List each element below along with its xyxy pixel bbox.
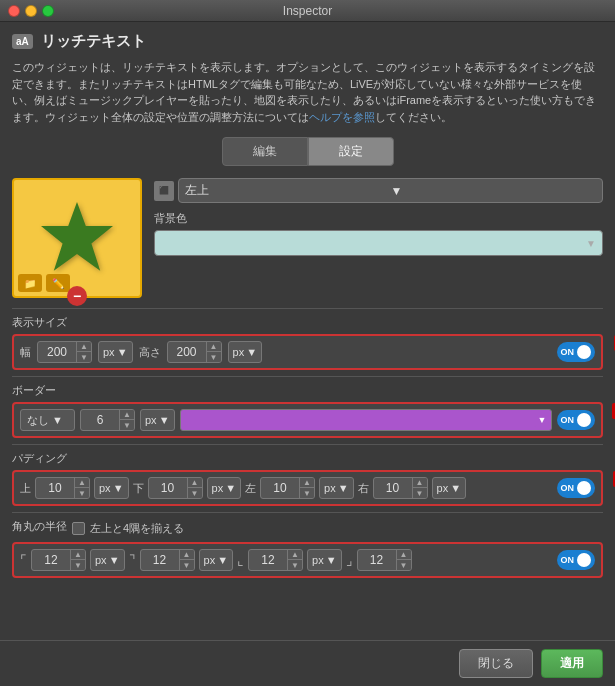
chevron-down-icon-7: ▼ [538,415,547,425]
chevron-down-icon-6: ▼ [159,414,170,426]
height-down-btn[interactable]: ▼ [207,352,221,363]
padding-right-label: 右 [358,481,369,496]
close-dialog-button[interactable]: 閉じる [459,649,533,678]
width-label: 幅 [20,345,31,360]
width-spinners: ▲ ▼ [76,341,91,363]
display-size-label: 表示サイズ [12,315,603,330]
rtr-down[interactable]: ▼ [180,560,194,571]
pt-down[interactable]: ▼ [75,488,89,499]
pt-up[interactable]: ▲ [75,477,89,488]
top-left-radius-icon: ⌜ [20,552,27,568]
border-size-input-group: ▲ ▼ [80,409,135,431]
tab-settings[interactable]: 設定 [308,137,394,166]
pb-unit[interactable]: px ▼ [207,477,242,499]
position-dropdown[interactable]: 左上 ▼ [178,178,603,203]
rbl-unit[interactable]: px ▼ [307,549,342,571]
title-bar: Inspector [0,0,615,22]
border-size-up-btn[interactable]: ▲ [120,409,134,420]
padding-left-input[interactable] [261,481,299,495]
close-button[interactable] [8,5,20,17]
padding-label: パディング [12,451,603,466]
apply-button[interactable]: 適用 [541,649,603,678]
border-style-dropdown[interactable]: なし ▼ [20,409,75,431]
rbl-up[interactable]: ▲ [288,549,302,560]
height-unit-select[interactable]: px ▼ [228,341,263,363]
border-size-down-btn[interactable]: ▼ [120,420,134,431]
radius-toggle-knob [577,553,591,567]
border-color-picker[interactable]: ▼ [180,409,552,431]
border-size-input[interactable] [81,413,119,427]
pl-down[interactable]: ▼ [300,488,314,499]
bg-color-picker[interactable]: ▼ [154,230,603,256]
radius-tl-input[interactable] [32,553,70,567]
border-unit-select[interactable]: px ▼ [140,409,175,431]
padding-top-group: ▲ ▼ [35,477,90,499]
pb-up[interactable]: ▲ [188,477,202,488]
pr-unit[interactable]: px ▼ [432,477,467,499]
remove-button[interactable]: − [67,286,87,306]
rtl-unit[interactable]: px ▼ [90,549,125,571]
radius-toggle[interactable]: ON [557,550,596,570]
padding-section: パディング 上 ▲ ▼ px ▼ 下 ▲ ▼ [12,451,603,506]
radius-br-group: ▲ ▼ [357,549,412,571]
tab-edit[interactable]: 編集 [222,137,308,166]
rbr-down[interactable]: ▼ [397,560,411,571]
bg-color-preview [161,235,586,251]
height-input[interactable] [168,345,206,359]
border-toggle[interactable]: ON [557,410,596,430]
padding-right-input[interactable] [374,481,412,495]
bottom-right-radius-icon: ⌟ [346,552,353,568]
width-up-btn[interactable]: ▲ [77,341,91,352]
main-content: aA リッチテキスト このウィジェットは、リッチテキストを表示します。オプション… [0,22,615,686]
chevron-rtr: ▼ [217,554,228,566]
chevron-icon-pb: ▼ [225,482,236,494]
height-up-btn[interactable]: ▲ [207,341,221,352]
pt-unit[interactable]: px ▼ [94,477,129,499]
border-box: なし ▼ ▲ ▼ px ▼ ▼ ON [12,402,603,438]
width-down-btn[interactable]: ▼ [77,352,91,363]
width-unit-select[interactable]: px ▼ [98,341,133,363]
pl-unit[interactable]: px ▼ [319,477,354,499]
rtl-up[interactable]: ▲ [71,549,85,560]
chevron-icon-pl: ▼ [338,482,349,494]
window-title: Inspector [283,4,332,18]
display-size-box: 幅 ▲ ▼ px ▼ 高さ ▲ ▼ px [12,334,603,370]
edit-icon-btn[interactable]: ✏️ [46,274,70,292]
maximize-button[interactable] [42,5,54,17]
padding-bottom-label: 下 [133,481,144,496]
padding-top-spinners: ▲ ▼ [74,477,89,499]
rtr-unit[interactable]: px ▼ [199,549,234,571]
pb-down[interactable]: ▼ [188,488,202,499]
width-input[interactable] [38,345,76,359]
window-controls[interactable] [8,5,54,17]
padding-toggle[interactable]: ON [557,478,596,498]
padding-top-input[interactable] [36,481,74,495]
border-toggle-knob [577,413,591,427]
padding-bottom-input[interactable] [149,481,187,495]
height-spinners: ▲ ▼ [206,341,221,363]
chevron-down-icon-2: ▼ [586,238,596,249]
rbr-up[interactable]: ▲ [397,549,411,560]
preview-box: 📁 ✏️ − [12,178,142,298]
pr-up[interactable]: ▲ [413,477,427,488]
width-input-group: ▲ ▼ [37,341,92,363]
radius-header-row: 角丸の半径 左上と4隅を揃える [12,519,603,538]
border-section: ボーダー なし ▼ ▲ ▼ px ▼ ▼ ON [12,383,603,438]
position-icon: ⬛ [154,181,174,201]
rtr-up[interactable]: ▲ [180,549,194,560]
help-link[interactable]: ヘルプを参照 [309,111,375,123]
folder-icon-btn[interactable]: 📁 [18,274,42,292]
chevron-down-icon-5: ▼ [52,414,63,426]
rbl-down[interactable]: ▼ [288,560,302,571]
radius-box: ⌜ ▲ ▼ px ▼ ⌝ ▲ ▼ px [12,542,603,578]
radius-bl-input[interactable] [249,553,287,567]
padding-left-group: ▲ ▼ [260,477,315,499]
display-size-toggle[interactable]: ON [557,342,596,362]
radius-tr-input[interactable] [141,553,179,567]
pr-down[interactable]: ▼ [413,488,427,499]
rtl-down[interactable]: ▼ [71,560,85,571]
minimize-button[interactable] [25,5,37,17]
radius-br-input[interactable] [358,553,396,567]
pl-up[interactable]: ▲ [300,477,314,488]
link-corners-checkbox[interactable] [72,522,85,535]
